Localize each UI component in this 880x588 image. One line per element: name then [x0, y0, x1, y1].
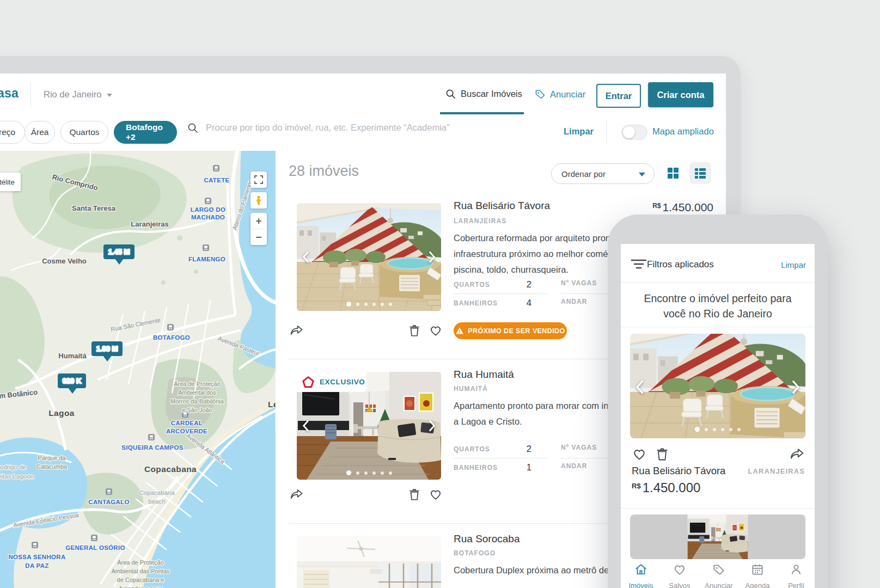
map-toggle-switch[interactable] [621, 125, 647, 140]
amount: 1.450.000 [643, 480, 701, 495]
exclusive-label: EXCLUSIVO [320, 378, 365, 386]
listing-neighborhood: BOTAFOGO [454, 549, 496, 557]
active-tab-underline [440, 112, 524, 114]
zoom-out-button[interactable]: − [250, 229, 267, 245]
filter-pill-area[interactable]: Área [25, 121, 55, 144]
carousel-next-icon[interactable] [792, 380, 800, 394]
phone-screen: Filtros aplicados Limpar Encontre o imóv… [621, 244, 815, 588]
phone-bottom-nav: Imóveis Salvos Anunciar Agenda Perfil [621, 559, 815, 588]
spec-rooms: QUARTOS2 [454, 279, 531, 290]
signup-button[interactable]: Criar conta [648, 82, 713, 107]
filter-pill-price[interactable]: Preço [0, 121, 25, 144]
map-label-lagoon-2: Freitas Lagoon [0, 473, 34, 480]
nav-anunciar[interactable]: Anunciar [535, 89, 585, 100]
map-satellite-button[interactable]: Satélite [0, 173, 21, 191]
calendar-icon [750, 562, 765, 577]
phone-listing-photo[interactable] [630, 334, 805, 438]
warning-icon [455, 327, 464, 335]
nav-label: Anunciar [550, 89, 585, 100]
share-icon[interactable] [290, 323, 304, 338]
status-badge: PRÓXIMO DE SER VENDIDO [454, 322, 567, 339]
tag-icon [712, 562, 726, 577]
tab-buscar-imoveis[interactable]: Buscar Imóveis [445, 89, 522, 99]
search-input[interactable] [205, 122, 463, 133]
city-selector[interactable]: Rio de Janeiro [44, 89, 112, 100]
map-label-apa-morros-2: Ambiental dos [178, 389, 216, 396]
carousel-prev-icon[interactable] [302, 420, 309, 432]
login-button[interactable]: Entrar [596, 84, 641, 108]
heart-icon[interactable] [429, 487, 443, 501]
map-label-copa-beach-2: beach [148, 498, 165, 505]
carousel-next-icon[interactable] [429, 420, 436, 432]
map-label-apa-morros-4: e São João [182, 407, 212, 413]
share-icon[interactable] [290, 487, 304, 501]
clear-filters-link[interactable]: Limpar [564, 126, 594, 137]
map-label-catacumba-1: Parque da [38, 455, 66, 461]
zoom-in-button[interactable]: + [250, 213, 267, 229]
nav-imoveis[interactable]: Imóveis [624, 562, 658, 588]
listing-neighborhood: HUMAITÁ [454, 385, 488, 393]
page: EmCasa Rio de Janeiro Buscar Imóveis Anu… [0, 0, 880, 588]
filter-pill-location[interactable]: Botafogo +2 [114, 121, 177, 144]
listing-photo[interactable]: EXCLUSIVO [297, 372, 441, 480]
listing-photo[interactable] [297, 203, 441, 311]
badge-label: PRÓXIMO DE SER VENDIDO [468, 327, 565, 335]
map-label-catacumba-2: Catacumba [36, 463, 68, 470]
share-icon[interactable] [790, 446, 805, 462]
map-label-leme: Leme [268, 400, 276, 409]
map-label-laranjeiras: Laranjeiras [131, 220, 168, 228]
map[interactable]: Rio Comprido Santa Teresa Laranjeiras Co… [0, 151, 276, 588]
map-label-apa-morros-1: Área de Proteção [174, 381, 221, 387]
search-bar [187, 122, 463, 133]
filter-icon[interactable] [631, 258, 647, 270]
map-label-apa-pontas-1: Área de Proteção [117, 559, 164, 566]
heart-icon[interactable] [429, 323, 443, 338]
phone-divider [621, 327, 815, 327]
nav-agenda[interactable]: Agenda [740, 562, 775, 588]
nav-salvos[interactable]: Salvos [662, 562, 697, 588]
trash-icon[interactable] [655, 446, 670, 462]
grid-view-button[interactable] [667, 167, 680, 180]
carousel-prev-icon[interactable] [302, 251, 309, 263]
map-pegman-button[interactable] [250, 192, 267, 209]
map-pin-price: 1.45 M [108, 248, 130, 256]
map-label-cosme-velho: Cosme Velho [42, 257, 87, 265]
nav-anunciar[interactable]: Anunciar [701, 562, 736, 588]
map-label-flamengo: FLAMENGO [188, 256, 225, 262]
carousel-prev-icon[interactable] [635, 380, 644, 394]
carousel-next-icon[interactable] [429, 251, 436, 263]
brand-logo[interactable]: EmCasa [0, 86, 19, 101]
map-fullscreen-button[interactable] [250, 171, 267, 188]
phone-listing-photo[interactable] [630, 514, 805, 559]
spec-divider [454, 293, 548, 294]
spec-baths: BANHEIROS4 [454, 298, 531, 308]
map-canvas: Rio Comprido Santa Teresa Laranjeiras Co… [0, 151, 276, 588]
currency: R$ [652, 202, 661, 210]
trash-icon[interactable] [407, 487, 421, 501]
listing-street[interactable]: Rua Belisário Távora [454, 200, 550, 212]
chevron-down-icon [107, 94, 112, 97]
filter-pill-rooms[interactable]: Quartos [60, 121, 108, 144]
list-view-button[interactable] [689, 162, 711, 184]
person-icon [789, 562, 803, 577]
map-label-humaita: Humaitá [58, 352, 87, 360]
heart-icon [673, 562, 687, 577]
sort-dropdown[interactable]: Ordenar por [551, 163, 655, 184]
phone-clear-link[interactable]: Limpar [781, 260, 806, 270]
map-label-nossa-1: NOSSA SENHORA [8, 554, 65, 560]
phone-listing-street[interactable]: Rua Belisário Távora [632, 465, 725, 477]
trash-icon[interactable] [407, 323, 421, 338]
listing-street[interactable]: Rua Sorocaba [454, 533, 520, 545]
listing-street[interactable]: Rua Humaitá [454, 369, 514, 381]
nav-perfil[interactable]: Perfil [779, 562, 814, 588]
carousel-dots [297, 470, 441, 475]
heart-icon[interactable] [632, 446, 647, 462]
map-label-largo-1: LARGO DO [191, 206, 225, 213]
map-label-general-osorio: GENERAL OSÓRIO [65, 544, 125, 551]
listing-photo[interactable] [297, 536, 441, 588]
phone-headline: Encontre o imóvel perfeito paravocê no R… [621, 291, 815, 321]
spec-divider [454, 458, 548, 458]
map-label-catete: CATETE [204, 177, 230, 183]
map-label-botafogo: BOTAFOGO [153, 334, 190, 341]
exclusive-tab: EXCLUSIVO [297, 372, 366, 392]
